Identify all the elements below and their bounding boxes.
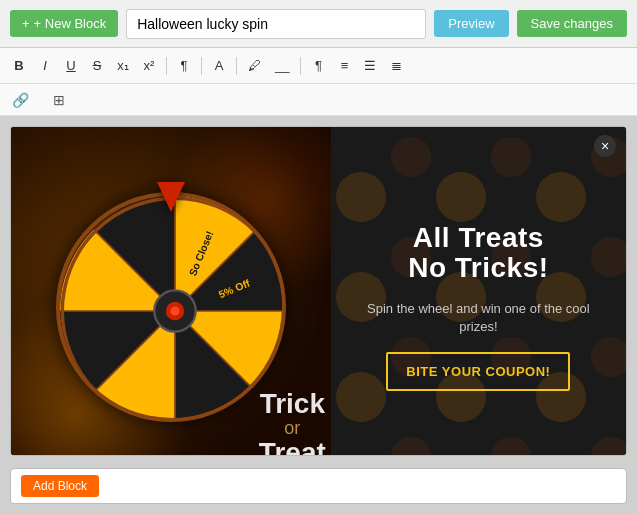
main-canvas: Next Time! Almost! Sorry, try again <box>0 116 637 514</box>
underline-button[interactable]: U <box>60 56 82 75</box>
page-title-input[interactable] <box>126 9 426 39</box>
separator3 <box>236 57 237 75</box>
new-block-label: + New Block <box>34 16 107 31</box>
popup-card: Next Time! Almost! Sorry, try again <box>10 126 627 456</box>
popup-title-line1: All Treats <box>408 223 548 254</box>
separator2 <box>201 57 202 75</box>
popup-title-line2: No Tricks! <box>408 253 548 284</box>
wheel-side: Next Time! Almost! Sorry, try again <box>11 127 331 456</box>
list-style-button[interactable]: ≣ <box>385 56 407 75</box>
strikethrough-button[interactable]: S <box>86 56 108 75</box>
align-button[interactable]: ≡ <box>333 56 355 75</box>
close-button[interactable]: × <box>594 135 616 157</box>
preview-button[interactable]: Preview <box>434 10 508 37</box>
underline-style-button[interactable]: __ <box>270 56 294 75</box>
format-toolbar: B I U S x₁ x² ¶ A 🖊 __ ¶ ≡ ☰ ≣ <box>0 48 637 84</box>
plus-icon: + <box>22 16 30 31</box>
spin-wheel-container: Next Time! Almost! Sorry, try again <box>56 192 286 422</box>
separator <box>166 57 167 75</box>
wheel-arrow <box>157 182 185 212</box>
popup-subtitle: Spin the wheel and win one of the cool p… <box>351 300 606 336</box>
coupon-button[interactable]: BITE YOUR COUPON! <box>386 352 570 391</box>
secondary-toolbar: 🔗 ⊞ <box>0 84 637 116</box>
highlight-button[interactable]: 🖊 <box>243 56 266 75</box>
italic-button[interactable]: I <box>34 56 56 75</box>
svg-point-19 <box>170 306 179 315</box>
superscript-button[interactable]: x² <box>138 56 160 75</box>
text-align-button[interactable]: ¶ <box>307 56 329 75</box>
list-button[interactable]: ☰ <box>359 56 381 75</box>
subscript-button[interactable]: x₁ <box>112 56 134 75</box>
spin-wheel[interactable]: Next Time! Almost! Sorry, try again <box>56 192 286 422</box>
new-block-button[interactable]: + + New Block <box>10 10 118 37</box>
separator4 <box>300 57 301 75</box>
bold-button[interactable]: B <box>8 56 30 75</box>
link-button[interactable]: 🔗 <box>8 90 33 110</box>
add-block-button[interactable]: Add Block <box>21 475 99 497</box>
content-side: × All Treats No Tricks! Spin the wheel a… <box>331 127 626 456</box>
bottom-bar: Add Block <box>10 468 627 504</box>
save-button[interactable]: Save changes <box>517 10 627 37</box>
treat-word: Treat <box>259 439 326 456</box>
font-color-button[interactable]: A <box>208 56 230 75</box>
top-toolbar: + + New Block Preview Save changes <box>0 0 637 48</box>
wheel-svg: Next Time! Almost! Sorry, try again <box>60 196 286 422</box>
popup-inner: Next Time! Almost! Sorry, try again <box>11 127 626 456</box>
image-button[interactable]: ⊞ <box>49 90 69 110</box>
font-size-button[interactable]: ¶ <box>173 56 195 75</box>
popup-title: All Treats No Tricks! <box>408 223 548 285</box>
